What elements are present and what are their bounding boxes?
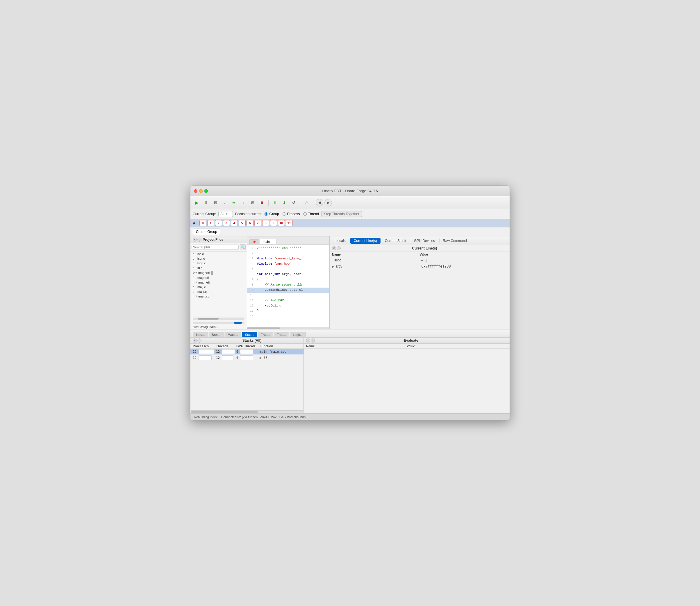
step-down-button[interactable]: ⬇ — [280, 199, 288, 207]
tab-breakpoints[interactable]: Brea... — [209, 332, 224, 337]
stacks-close-btn[interactable]: ✕ — [193, 339, 197, 343]
tab-logbook[interactable]: Logb... — [290, 332, 306, 337]
process-btn-11[interactable]: 11 — [286, 220, 293, 226]
stack-row[interactable]: 12 12 0 ▶ ?? — [190, 355, 304, 361]
panel-close-btn[interactable]: ✕ — [193, 238, 197, 242]
stack-threads-2: 12 — [216, 355, 236, 360]
list-item[interactable]: c lsqr.c — [190, 256, 247, 261]
line-content: // Run XGC — [256, 298, 329, 303]
process-btn-0[interactable]: 0 — [199, 220, 207, 226]
pause-button[interactable]: ⏸ — [202, 199, 210, 207]
var-name-argv: argv — [334, 264, 421, 269]
restart-button[interactable]: ⊟ — [211, 199, 219, 207]
process-btn-8[interactable]: 8 — [262, 220, 269, 226]
code-line: 1 /*********** XGC ****** — [247, 246, 329, 251]
editor-scrollbar[interactable] — [247, 327, 329, 329]
list-item[interactable]: c lsc.c — [190, 252, 247, 256]
gpu-range-input[interactable] — [240, 349, 253, 354]
close-button[interactable] — [194, 189, 197, 193]
step-up-button[interactable]: ⬆ — [271, 199, 279, 207]
project-files-panel: ✕ ○ Project Files 🔍 c lsc.c c — [190, 236, 247, 329]
pinned-tab[interactable]: 📌 — [249, 239, 259, 244]
process-btn-10[interactable]: 10 — [278, 220, 285, 226]
tab-current-stack[interactable]: Current Stack — [382, 238, 410, 244]
gpu-range-input-2[interactable] — [240, 355, 253, 360]
list-item[interactable]: c maij.c — [190, 285, 247, 289]
stacks-scrollbar[interactable] — [191, 410, 303, 413]
scrollbar-h[interactable] — [193, 318, 244, 320]
tab-stacks[interactable]: Stac... — [242, 332, 257, 337]
var-detach-btn[interactable]: ○ — [337, 246, 341, 250]
tab-raw-command[interactable]: Raw Command — [439, 238, 470, 244]
process-btn-7[interactable]: 7 — [255, 220, 261, 226]
refresh-button[interactable]: ↺ — [290, 199, 298, 207]
create-group-button[interactable]: Create Group — [193, 229, 220, 235]
process-btn-3[interactable]: 3 — [223, 220, 230, 226]
play-button[interactable]: ▶ — [193, 199, 201, 207]
process-btn-2[interactable]: 2 — [215, 220, 222, 226]
traffic-lights — [194, 189, 208, 193]
file-name: magneti — [197, 276, 209, 279]
code-editor[interactable]: 1 /*********** XGC ****** 2 3 #include "… — [247, 244, 329, 327]
step-out-button[interactable]: ↑ — [239, 199, 247, 207]
col-function-header: Function — [260, 344, 301, 348]
stack-row-active[interactable]: 12 12 0 main (main.cpp — [190, 349, 304, 355]
code-line: 10 — [247, 293, 329, 298]
process-btn-1[interactable]: 1 — [207, 220, 214, 226]
eval-detach-btn[interactable]: ○ — [311, 339, 315, 343]
search-button[interactable]: 🔍 — [240, 244, 246, 250]
stacks-header: ✕ ○ Stacks (All) — [190, 337, 304, 344]
process-btn-4[interactable]: 4 — [231, 220, 238, 226]
list-item[interactable]: c++ magneti — [190, 270, 247, 275]
tab-traces-1[interactable]: Trac... — [258, 332, 273, 337]
process-btn-9[interactable]: 9 — [270, 220, 277, 226]
stacks-detach-btn[interactable]: ○ — [197, 339, 201, 343]
process-range-input[interactable] — [198, 349, 215, 354]
scrollbar-h2[interactable] — [193, 322, 244, 324]
list-item[interactable]: c++ main.cp — [190, 294, 247, 299]
stack-processes-2: 12 — [193, 355, 216, 360]
expand-arrow-icon[interactable]: ▶ — [332, 265, 334, 268]
thread-range-input[interactable] — [222, 349, 235, 354]
radio-group-option[interactable]: Group — [265, 212, 279, 216]
var-close-btn[interactable]: ✕ — [332, 246, 336, 250]
tab-gpu-devices[interactable]: GPU Devices — [411, 238, 438, 244]
search-input[interactable] — [192, 244, 239, 250]
process-range-input-2[interactable] — [198, 355, 212, 360]
list-item[interactable]: f magneti — [190, 275, 247, 280]
file-list: c lsc.c c lsqr.c c lsqrf.c c lu.c — [190, 252, 247, 316]
warning-button[interactable]: ⚠ — [303, 199, 311, 207]
radio-group-circle — [265, 212, 268, 216]
tab-current-line[interactable]: Current Line(s) — [350, 238, 381, 244]
back-button[interactable]: ◀ — [316, 199, 323, 207]
eval-close-btn[interactable]: ✕ — [306, 339, 310, 343]
list-item[interactable]: c lu.c — [190, 265, 247, 270]
list-item[interactable]: c maijf.c — [190, 289, 247, 294]
process-btn-6[interactable]: 6 — [246, 220, 254, 226]
tab-watchpoints[interactable]: Watc... — [225, 332, 241, 337]
list-item[interactable]: c lsqrf.c — [190, 261, 247, 265]
forward-button[interactable]: ▶ — [324, 199, 332, 207]
step-threads-button[interactable]: Step Threads Together — [321, 211, 362, 217]
main-tab[interactable]: main.... — [260, 239, 276, 244]
radio-thread-option[interactable]: Thread — [303, 212, 319, 216]
breakpoints-button[interactable]: ⊞ — [248, 199, 257, 207]
group-select[interactable]: All ▼ — [218, 211, 233, 217]
tab-input[interactable]: Inpu... — [193, 332, 208, 337]
thread-range-input-2[interactable] — [222, 355, 234, 360]
minimize-button[interactable] — [199, 189, 202, 193]
var-row-argv[interactable]: ▶ argv 0x7ffffffe1288 — [330, 263, 510, 270]
step-into-button[interactable]: ↙ — [221, 199, 229, 207]
tab-locals[interactable]: Locals — [332, 238, 349, 244]
list-item[interactable]: c++ magneti — [190, 280, 247, 285]
eval-header: ✕ ○ Evaluate — [304, 337, 510, 344]
code-editor-panel: 📌 main.... 1 /*********** XGC ****** 2 — [247, 236, 329, 329]
maximize-button[interactable] — [204, 189, 208, 193]
file-name: main.cp — [198, 295, 210, 298]
step-over-button[interactable]: ⇒ — [230, 199, 238, 207]
tab-traces-2[interactable]: Trac... — [274, 332, 289, 337]
process-btn-5[interactable]: 5 — [239, 220, 246, 226]
panel-detach-btn[interactable]: ○ — [197, 238, 201, 242]
radio-process-option[interactable]: Process — [283, 212, 300, 216]
stop-button[interactable]: ⏹ — [258, 199, 266, 207]
